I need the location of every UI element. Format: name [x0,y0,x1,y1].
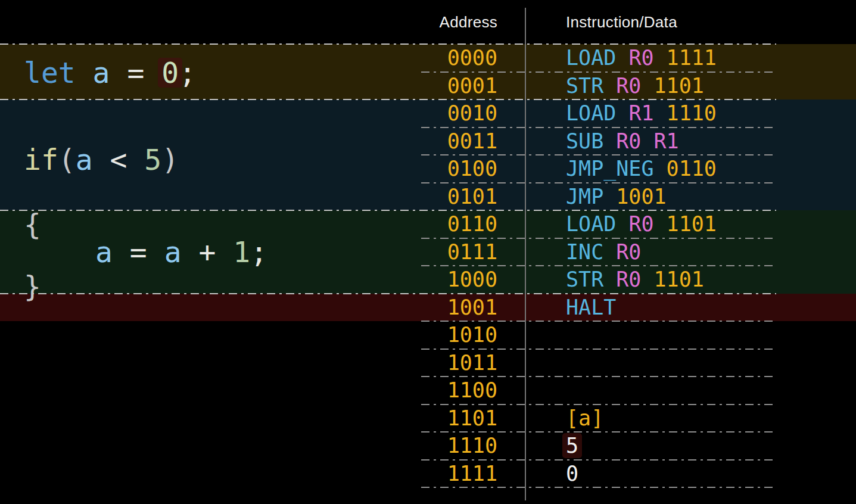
instruction-cell: JMP_NEG 0110 [566,157,717,181]
memory-address: 0101 [421,185,497,209]
instruction-cell: LOAD R1 1110 [566,101,717,125]
memory-address: 0100 [421,157,497,181]
table-row: 0100JMP_NEG 0110 [0,155,856,183]
token: LOAD [566,46,616,70]
assembly-memory-diagram: Address Instruction/Data let a = 0;if(a … [0,0,856,504]
token [603,185,616,209]
token [603,74,616,98]
token: STR [566,74,603,98]
token [654,101,667,125]
token: R0 [616,74,641,98]
token: 1101 [654,267,704,291]
token: HALT [566,295,616,319]
token: R0 [616,240,641,264]
token [641,129,653,153]
memory-address: 1010 [421,323,497,347]
token: INC [566,240,603,264]
memory-address: 1101 [421,406,497,430]
address-column-header-label: Address [440,13,497,32]
memory-address: 0110 [421,212,497,236]
token [654,157,667,181]
token: 0110 [667,157,717,181]
instruction-column-header-label: Instruction/Data [566,13,677,32]
table-row: 1100 [0,377,856,405]
token [603,129,616,153]
token: 0 [566,462,578,486]
instruction-cell: 0 [566,462,578,486]
table-row: 1010 [0,321,856,349]
token: 1101 [667,212,717,236]
table-row: 11110 [0,460,856,488]
token: R0 [628,46,653,70]
table-row: 0011SUB R0 R1 [0,127,856,155]
memory-address: 0000 [421,46,497,70]
memory-address: 1110 [421,434,497,458]
token [603,240,616,264]
table-row: 1011 [0,349,856,377]
token [641,267,653,291]
memory-address: 1100 [421,378,497,402]
token: 1111 [667,46,717,70]
token: 5 [562,433,582,458]
token: R0 [628,212,653,236]
memory-address: 0010 [421,101,497,125]
token: 1101 [654,74,704,98]
instruction-cell: STR R0 1101 [566,267,704,291]
token: SUB [566,129,603,153]
memory-address: 0001 [421,74,497,98]
token: STR [566,267,603,291]
memory-address: 0011 [421,129,497,153]
instruction-cell: JMP 1001 [566,185,667,209]
instruction-cell: INC R0 [566,240,641,264]
table-row: 0111INC R0 [0,238,856,266]
memory-address: 1111 [421,462,497,486]
address-column-header: Address [421,0,497,44]
token: R1 [628,101,653,125]
token [654,212,667,236]
instruction-cell: 5 [566,434,578,458]
instruction-cell: STR R0 1101 [566,74,704,98]
memory-address: 1000 [421,267,497,291]
token: 1110 [667,101,717,125]
memory-address: 0111 [421,240,497,264]
table-row: 0010LOAD R1 1110 [0,99,856,127]
instruction-cell: SUB R0 R1 [566,129,679,153]
table-row: 1001HALT [0,294,856,322]
table-row: 11105 [0,432,856,460]
token: R0 [616,129,641,153]
token [616,46,628,70]
token: R0 [616,267,641,291]
table-row: 1101[a] [0,405,856,433]
instruction-column-header: Instruction/Data [566,0,677,44]
instruction-cell: HALT [566,295,616,319]
memory-address: 1011 [421,351,497,375]
token [654,46,667,70]
token: LOAD [566,212,616,236]
table-row: 0000LOAD R0 1111 [0,44,856,72]
token: R1 [654,129,679,153]
table-row: 0110LOAD R0 1101 [0,210,856,238]
token: 1001 [616,185,666,209]
table-row: 1000STR R0 1101 [0,266,856,294]
instruction-cell: LOAD R0 1111 [566,46,717,70]
token: [a] [566,406,603,430]
token [603,267,616,291]
token [616,101,628,125]
instruction-cell: [a] [566,406,603,430]
token: LOAD [566,101,616,125]
token [616,212,628,236]
token [641,74,653,98]
token: JMP_NEG [566,157,654,181]
instruction-cell: LOAD R0 1101 [566,212,717,236]
token: JMP [566,185,603,209]
table-row: 0001STR R0 1101 [0,72,856,100]
table-row: 0101JMP 1001 [0,183,856,211]
memory-address: 1001 [421,295,497,319]
